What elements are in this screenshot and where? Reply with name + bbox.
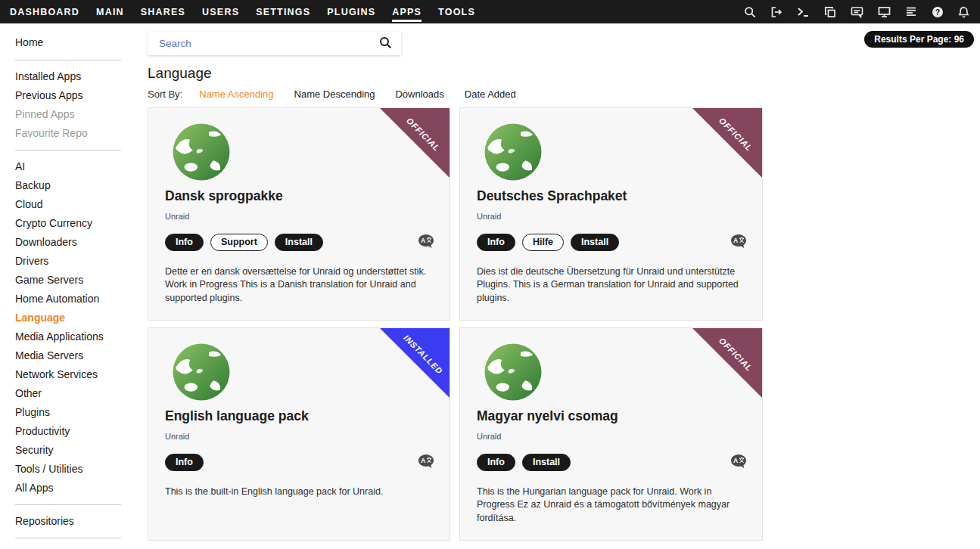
sidebar-item-other[interactable]: Other bbox=[0, 384, 140, 403]
sidebar-item-all-apps[interactable]: All Apps bbox=[0, 479, 140, 498]
svg-text:A: A bbox=[733, 237, 738, 244]
app-title[interactable]: Deutsches Sprachpaket bbox=[477, 188, 745, 204]
nav-tools[interactable]: TOOLS bbox=[430, 0, 484, 23]
install-button[interactable]: Install bbox=[275, 234, 323, 251]
sidebar-item-game-servers[interactable]: Game Servers bbox=[0, 271, 140, 290]
display-icon[interactable] bbox=[878, 6, 891, 18]
app-description: This is the Hungarian language pack for … bbox=[477, 485, 745, 525]
info-button[interactable]: Info bbox=[165, 454, 204, 471]
app-card-deutsches-sprachpaket: OFFICIAL Deutsches Sprachpaket Unraid In… bbox=[459, 107, 763, 321]
install-button[interactable]: Install bbox=[571, 234, 619, 251]
sidebar-item-media-applications[interactable]: Media Applications bbox=[0, 327, 140, 346]
sidebar-item-downloaders[interactable]: Downloaders bbox=[0, 233, 140, 252]
log-icon[interactable] bbox=[905, 6, 917, 17]
sidebar-item-network-services[interactable]: Network Services bbox=[0, 365, 140, 384]
translate-icon[interactable]: A bbox=[730, 454, 747, 472]
search-submit-button[interactable] bbox=[379, 36, 401, 51]
feedback-icon[interactable] bbox=[851, 6, 863, 18]
sidebar-item-ai[interactable]: AI bbox=[0, 157, 140, 176]
official-ribbon: OFFICIAL bbox=[692, 328, 762, 398]
info-button[interactable]: Info bbox=[165, 234, 204, 251]
help-icon[interactable]: ? bbox=[932, 6, 944, 18]
app-description: Dette er en dansk oversættelse for Unrai… bbox=[165, 265, 433, 305]
sidebar-item-cloud[interactable]: Cloud bbox=[0, 195, 140, 214]
sort-name-descending[interactable]: Name Descending bbox=[294, 88, 375, 100]
nav-settings[interactable]: SETTINGS bbox=[247, 0, 319, 23]
top-navigation-bar: DASHBOARD MAIN SHARES USERS SETTINGS PLU… bbox=[0, 0, 980, 23]
ribbon-label: OFFICIAL bbox=[698, 107, 763, 172]
sidebar-item-plugins[interactable]: Plugins bbox=[0, 403, 140, 422]
sort-bar: Sort By: Name Ascending Name Descending … bbox=[148, 88, 537, 100]
sort-downloads[interactable]: Downloads bbox=[395, 88, 443, 100]
search-icon[interactable] bbox=[744, 6, 756, 18]
nav-users[interactable]: USERS bbox=[194, 0, 247, 23]
results-per-page-badge[interactable]: Results Per Page: 96 bbox=[864, 31, 974, 48]
sidebar-item-crypto-currency[interactable]: Crypto Currency bbox=[0, 214, 140, 233]
translate-icon[interactable]: A bbox=[730, 234, 747, 252]
sort-date-added[interactable]: Date Added bbox=[465, 88, 516, 100]
app-title[interactable]: English language pack bbox=[165, 408, 433, 424]
globe-icon[interactable] bbox=[171, 122, 232, 182]
sort-name-ascending[interactable]: Name Ascending bbox=[199, 88, 273, 100]
globe-icon[interactable] bbox=[483, 342, 543, 402]
app-author: Unraid bbox=[165, 432, 433, 441]
app-author: Unraid bbox=[477, 432, 745, 441]
app-description: This is the built-in English language pa… bbox=[165, 485, 433, 498]
bell-icon[interactable] bbox=[958, 6, 969, 18]
logout-icon[interactable] bbox=[770, 6, 782, 18]
copy-icon[interactable] bbox=[824, 6, 836, 18]
svg-text:?: ? bbox=[935, 7, 940, 16]
official-ribbon: OFFICIAL bbox=[692, 108, 762, 178]
terminal-icon[interactable] bbox=[797, 6, 810, 17]
app-card-magyar-nyelvi-csomag: OFFICIAL Magyar nyelvi csomag Unraid Inf… bbox=[459, 327, 763, 541]
info-button[interactable]: Info bbox=[477, 454, 515, 471]
sidebar-divider bbox=[15, 504, 121, 505]
sidebar-item-productivity[interactable]: Productivity bbox=[0, 422, 140, 441]
sidebar-item-media-servers[interactable]: Media Servers bbox=[0, 346, 140, 365]
top-nav-menu: DASHBOARD MAIN SHARES USERS SETTINGS PLU… bbox=[2, 0, 484, 23]
app-title[interactable]: Dansk sprogpakke bbox=[165, 188, 433, 204]
sidebar-item-drivers[interactable]: Drivers bbox=[0, 252, 140, 271]
installed-ribbon: INSTALLED bbox=[380, 328, 450, 398]
sidebar-item-installed-apps[interactable]: Installed Apps bbox=[0, 67, 140, 86]
top-nav-icons: ? bbox=[744, 6, 969, 18]
sidebar-item-settings[interactable]: Settings bbox=[0, 545, 140, 549]
sidebar-item-tools-utilities[interactable]: Tools / Utilities bbox=[0, 460, 140, 479]
support-button[interactable]: Hilfe bbox=[522, 234, 564, 251]
sidebar: Home Installed Apps Previous Apps Pinned… bbox=[0, 23, 140, 549]
page-title: Language bbox=[148, 65, 212, 82]
sidebar-item-language[interactable]: Language bbox=[0, 309, 140, 327]
sidebar-divider bbox=[15, 150, 121, 150]
app-card-dansk-sprogpakke: OFFICIAL Dansk sprogpakke Unraid Info Su… bbox=[148, 107, 450, 321]
official-ribbon: OFFICIAL bbox=[380, 108, 450, 178]
sidebar-item-previous-apps[interactable]: Previous Apps bbox=[0, 86, 140, 105]
translate-icon[interactable]: A bbox=[418, 454, 434, 472]
globe-icon[interactable] bbox=[171, 342, 232, 402]
support-button[interactable]: Support bbox=[210, 234, 268, 251]
svg-text:A: A bbox=[421, 237, 425, 244]
svg-text:A: A bbox=[421, 457, 425, 464]
nav-plugins[interactable]: PLUGINS bbox=[319, 0, 384, 23]
sidebar-item-home-automation[interactable]: Home Automation bbox=[0, 290, 140, 309]
app-author: Unraid bbox=[477, 212, 745, 221]
translate-icon[interactable]: A bbox=[418, 234, 434, 252]
nav-shares[interactable]: SHARES bbox=[132, 0, 194, 23]
nav-dashboard[interactable]: DASHBOARD bbox=[2, 0, 88, 23]
sidebar-item-home[interactable]: Home bbox=[0, 33, 140, 53]
search-bar bbox=[148, 32, 401, 55]
app-actions: Info A bbox=[165, 454, 433, 471]
sidebar-divider bbox=[15, 60, 121, 60]
sidebar-item-security[interactable]: Security bbox=[0, 441, 140, 460]
nav-main[interactable]: MAIN bbox=[88, 0, 132, 23]
nav-apps[interactable]: APPS bbox=[384, 0, 430, 23]
app-title[interactable]: Magyar nyelvi csomag bbox=[477, 408, 745, 424]
ribbon-label: OFFICIAL bbox=[698, 327, 763, 392]
globe-icon[interactable] bbox=[483, 122, 543, 182]
sidebar-item-repositories[interactable]: Repositories bbox=[0, 512, 140, 531]
install-button[interactable]: Install bbox=[522, 454, 571, 471]
app-actions: Info Hilfe Install A bbox=[477, 234, 745, 251]
svg-text:A: A bbox=[733, 457, 738, 464]
sidebar-item-backup[interactable]: Backup bbox=[0, 176, 140, 195]
info-button[interactable]: Info bbox=[477, 234, 515, 251]
search-input[interactable] bbox=[148, 38, 379, 49]
